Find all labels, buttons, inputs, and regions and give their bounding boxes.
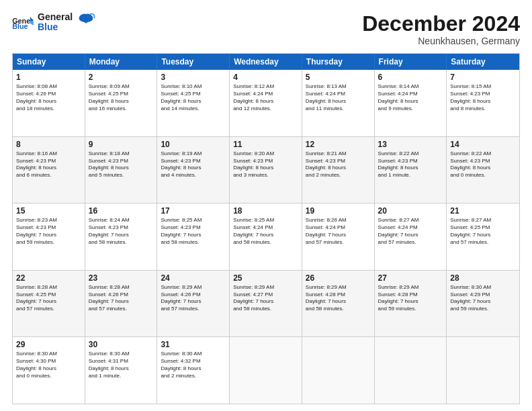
day-23: 23 Sunrise: 8:28 AMSunset: 4:26 PMDaylig…	[85, 271, 158, 337]
day-2: 2 Sunrise: 8:09 AMSunset: 4:25 PMDayligh…	[85, 70, 158, 136]
calendar: Sunday Monday Tuesday Wednesday Thursday…	[12, 53, 520, 404]
day-info: Sunrise: 8:10 AMSunset: 4:25 PMDaylight:…	[161, 83, 226, 112]
day-7: 7 Sunrise: 8:15 AMSunset: 4:23 PMDayligh…	[447, 70, 519, 136]
logo-general: General	[38, 12, 73, 22]
logo-blue: Blue	[38, 22, 73, 32]
day-info: Sunrise: 8:29 AMSunset: 4:26 PMDaylight:…	[161, 284, 226, 313]
day-info: Sunrise: 8:18 AMSunset: 4:23 PMDaylight:…	[89, 150, 154, 179]
day-10: 10 Sunrise: 8:19 AMSunset: 4:23 PMDaylig…	[157, 137, 230, 203]
day-number: 23	[89, 273, 154, 283]
day-9: 9 Sunrise: 8:18 AMSunset: 4:23 PMDayligh…	[85, 137, 158, 203]
day-15: 15 Sunrise: 8:23 AMSunset: 4:23 PMDaylig…	[13, 203, 85, 270]
day-18: 18 Sunrise: 8:25 AMSunset: 4:24 PMDaylig…	[230, 203, 302, 270]
logo-bird-icon	[77, 11, 95, 30]
empty-cell	[447, 337, 519, 404]
day-number: 5	[306, 73, 371, 82]
day-number: 12	[306, 140, 371, 149]
day-31: 31 Sunrise: 8:30 AMSunset: 4:32 PMDaylig…	[157, 337, 230, 404]
week-2: 8 Sunrise: 8:16 AMSunset: 4:23 PMDayligh…	[13, 136, 519, 203]
header-saturday: Saturday	[447, 54, 519, 70]
title-block: December 2024 Neunkhausen, Germany	[362, 12, 520, 46]
day-number: 11	[233, 140, 298, 149]
header: General Blue General Blue December 2024 …	[12, 12, 520, 46]
day-11: 11 Sunrise: 8:20 AMSunset: 4:23 PMDaylig…	[230, 137, 302, 203]
day-info: Sunrise: 8:08 AMSunset: 4:26 PMDaylight:…	[16, 83, 81, 112]
day-28: 28 Sunrise: 8:30 AMSunset: 4:29 PMDaylig…	[447, 271, 519, 337]
day-info: Sunrise: 8:28 AMSunset: 4:26 PMDaylight:…	[89, 284, 154, 313]
day-number: 7	[450, 73, 516, 82]
day-info: Sunrise: 8:12 AMSunset: 4:24 PMDaylight:…	[233, 83, 298, 112]
day-number: 1	[16, 73, 81, 82]
day-4: 4 Sunrise: 8:12 AMSunset: 4:24 PMDayligh…	[230, 70, 302, 136]
day-number: 22	[16, 273, 81, 283]
day-number: 6	[378, 73, 443, 82]
day-number: 9	[89, 140, 154, 149]
header-sunday: Sunday	[13, 54, 85, 70]
day-number: 31	[161, 340, 226, 349]
day-5: 5 Sunrise: 8:13 AMSunset: 4:24 PMDayligh…	[302, 70, 375, 136]
svg-text:Blue: Blue	[12, 22, 28, 29]
day-info: Sunrise: 8:29 AMSunset: 4:28 PMDaylight:…	[306, 284, 371, 313]
week-5: 29 Sunrise: 8:30 AMSunset: 4:30 PMDaylig…	[13, 336, 519, 404]
day-6: 6 Sunrise: 8:14 AMSunset: 4:24 PMDayligh…	[375, 70, 447, 136]
header-thursday: Thursday	[302, 54, 375, 70]
day-30: 30 Sunrise: 8:30 AMSunset: 4:31 PMDaylig…	[85, 337, 158, 404]
day-16: 16 Sunrise: 8:24 AMSunset: 4:23 PMDaylig…	[85, 203, 158, 270]
day-number: 16	[89, 206, 154, 216]
day-info: Sunrise: 8:30 AMSunset: 4:30 PMDaylight:…	[16, 351, 81, 379]
day-number: 4	[233, 73, 298, 82]
day-number: 21	[450, 206, 516, 216]
day-info: Sunrise: 8:29 AMSunset: 4:27 PMDaylight:…	[233, 284, 298, 313]
calendar-body: 1 Sunrise: 8:08 AMSunset: 4:26 PMDayligh…	[13, 70, 519, 404]
day-number: 8	[16, 140, 81, 149]
day-number: 25	[233, 273, 298, 283]
day-info: Sunrise: 8:22 AMSunset: 4:23 PMDaylight:…	[378, 150, 443, 179]
day-14: 14 Sunrise: 8:22 AMSunset: 4:23 PMDaylig…	[447, 137, 519, 203]
header-monday: Monday	[85, 54, 158, 70]
logo-icon: General Blue	[12, 15, 34, 29]
day-number: 29	[16, 340, 81, 349]
day-8: 8 Sunrise: 8:16 AMSunset: 4:23 PMDayligh…	[13, 137, 85, 203]
day-1: 1 Sunrise: 8:08 AMSunset: 4:26 PMDayligh…	[13, 70, 85, 136]
header-tuesday: Tuesday	[157, 54, 230, 70]
month-title: December 2024	[362, 12, 520, 36]
day-number: 14	[450, 140, 516, 149]
day-number: 15	[16, 206, 81, 216]
day-info: Sunrise: 8:30 AMSunset: 4:29 PMDaylight:…	[450, 284, 516, 313]
day-17: 17 Sunrise: 8:25 AMSunset: 4:23 PMDaylig…	[157, 203, 230, 270]
page: General Blue General Blue December 2024 …	[0, 0, 532, 411]
location: Neunkhausen, Germany	[362, 36, 520, 46]
logo: General Blue General Blue	[12, 12, 95, 33]
day-21: 21 Sunrise: 8:27 AMSunset: 4:25 PMDaylig…	[447, 203, 519, 270]
day-info: Sunrise: 8:25 AMSunset: 4:23 PMDaylight:…	[161, 217, 226, 246]
day-info: Sunrise: 8:23 AMSunset: 4:23 PMDaylight:…	[16, 217, 81, 246]
day-info: Sunrise: 8:15 AMSunset: 4:23 PMDaylight:…	[450, 83, 516, 112]
day-info: Sunrise: 8:27 AMSunset: 4:24 PMDaylight:…	[378, 217, 443, 246]
day-number: 3	[161, 73, 226, 82]
day-info: Sunrise: 8:26 AMSunset: 4:24 PMDaylight:…	[306, 217, 371, 246]
day-info: Sunrise: 8:28 AMSunset: 4:25 PMDaylight:…	[16, 284, 81, 313]
day-number: 28	[450, 273, 516, 283]
header-friday: Friday	[375, 54, 447, 70]
day-number: 24	[161, 273, 226, 283]
day-info: Sunrise: 8:16 AMSunset: 4:23 PMDaylight:…	[16, 150, 81, 179]
day-info: Sunrise: 8:25 AMSunset: 4:24 PMDaylight:…	[233, 217, 298, 246]
day-info: Sunrise: 8:24 AMSunset: 4:23 PMDaylight:…	[89, 217, 154, 246]
day-13: 13 Sunrise: 8:22 AMSunset: 4:23 PMDaylig…	[375, 137, 447, 203]
day-info: Sunrise: 8:14 AMSunset: 4:24 PMDaylight:…	[378, 83, 443, 112]
week-1: 1 Sunrise: 8:08 AMSunset: 4:26 PMDayligh…	[13, 70, 519, 136]
header-wednesday: Wednesday	[230, 54, 302, 70]
day-info: Sunrise: 8:09 AMSunset: 4:25 PMDaylight:…	[89, 83, 154, 112]
empty-cell	[302, 337, 375, 404]
day-info: Sunrise: 8:30 AMSunset: 4:32 PMDaylight:…	[161, 351, 226, 379]
day-info: Sunrise: 8:29 AMSunset: 4:28 PMDaylight:…	[378, 284, 443, 313]
day-number: 26	[306, 273, 371, 283]
day-26: 26 Sunrise: 8:29 AMSunset: 4:28 PMDaylig…	[302, 271, 375, 337]
day-19: 19 Sunrise: 8:26 AMSunset: 4:24 PMDaylig…	[302, 203, 375, 270]
day-number: 27	[378, 273, 443, 283]
day-3: 3 Sunrise: 8:10 AMSunset: 4:25 PMDayligh…	[157, 70, 230, 136]
svg-marker-3	[30, 21, 34, 26]
day-info: Sunrise: 8:21 AMSunset: 4:23 PMDaylight:…	[306, 150, 371, 179]
day-info: Sunrise: 8:27 AMSunset: 4:25 PMDaylight:…	[450, 217, 516, 246]
calendar-header: Sunday Monday Tuesday Wednesday Thursday…	[13, 54, 519, 70]
